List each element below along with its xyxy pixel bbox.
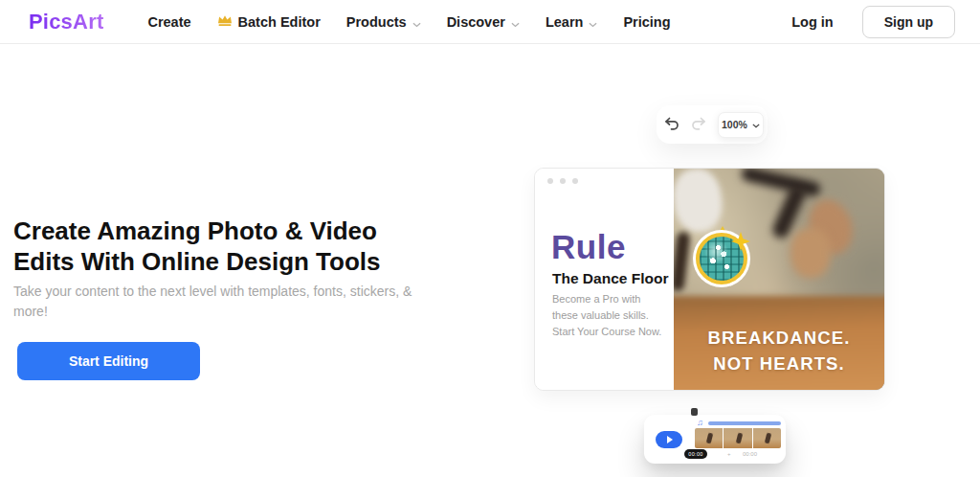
- nav-label: Learn: [546, 14, 584, 30]
- video-filmstrip[interactable]: [695, 428, 781, 448]
- nav-label: Products: [346, 14, 407, 30]
- overlay-line1: BREAKDANCE.: [674, 325, 884, 351]
- design-subheadline: The Dance Floor: [552, 270, 668, 287]
- picsart-logo[interactable]: PicsArt: [29, 10, 103, 34]
- chevron-down-icon: [589, 15, 597, 31]
- play-button[interactable]: [656, 431, 682, 448]
- hero-title: Create Amazing Photo & Video Edits With …: [13, 216, 434, 277]
- nav-label: Create: [147, 14, 190, 30]
- undo-button[interactable]: [660, 112, 683, 137]
- disco-ball-sticker: [693, 224, 752, 287]
- zoom-dropdown[interactable]: 100%: [718, 112, 764, 138]
- chevron-down-icon: [511, 15, 520, 31]
- nav-item-discover[interactable]: Discover: [447, 13, 520, 31]
- nav-item-products[interactable]: Products: [346, 13, 421, 31]
- design-card-left-pane: Rule The Dance Floor Become a Pro with t…: [535, 169, 674, 390]
- zoom-value: 100%: [722, 119, 747, 130]
- hero-subtitle-line1: Take your content to the next level with…: [13, 284, 412, 299]
- nav-auth: Log in Sign up: [791, 6, 955, 38]
- breakdancer-figure: [791, 228, 831, 278]
- design-body-line1: Become a Pro with: [552, 291, 661, 307]
- main-nav: Create Batch Editor Products Discover: [147, 13, 670, 31]
- music-note-icon: ♫: [697, 418, 703, 427]
- video-frame: [695, 428, 723, 448]
- design-body-text: Become a Pro with these valuable skills.…: [552, 291, 661, 340]
- picsart-landing-page: PicsArt Create Batch Editor Products Dis…: [0, 0, 980, 477]
- video-timeline-widget: ♫ 00:00 + 00:00: [644, 415, 786, 464]
- design-photo-pane: BREAKDANCE. NOT HEARTS.: [674, 169, 884, 390]
- redo-button[interactable]: [687, 112, 710, 137]
- window-dots-icon: [547, 178, 578, 184]
- timeline-mid-label: +: [727, 451, 731, 457]
- play-icon: [667, 436, 673, 443]
- editor-toolbar: 100%: [657, 105, 768, 144]
- undo-icon: [663, 116, 680, 134]
- hero-subtitle: Take your content to the next level with…: [13, 282, 425, 322]
- nav-item-learn[interactable]: Learn: [546, 13, 598, 31]
- timeline-end-label: 00:00: [743, 451, 757, 457]
- navbar: PicsArt Create Batch Editor Products Dis…: [0, 0, 980, 44]
- nav-item-batch-editor[interactable]: Batch Editor: [217, 14, 321, 30]
- sticker-thumbnail-icon: [691, 408, 698, 416]
- nav-label: Pricing: [623, 14, 670, 30]
- nav-label: Discover: [447, 14, 505, 30]
- login-link[interactable]: Log in: [791, 14, 834, 30]
- design-body-line2: these valuable skills.: [552, 307, 661, 324]
- hero-subtitle-line2: more!: [13, 304, 48, 319]
- video-frame: [724, 428, 751, 448]
- redo-icon: [690, 116, 707, 134]
- crown-icon: [217, 14, 233, 30]
- hero-title-line1: Create Amazing Photo & Video: [13, 216, 434, 246]
- nav-item-pricing[interactable]: Pricing: [623, 14, 670, 30]
- nav-label: Batch Editor: [238, 14, 321, 30]
- video-frame: [753, 428, 781, 448]
- design-body-line3: Start Your Course Now.: [552, 324, 661, 340]
- overlay-line2: NOT HEARTS.: [674, 351, 884, 376]
- design-preview-card: Rule The Dance Floor Become a Pro with t…: [534, 168, 885, 391]
- chevron-down-icon: [412, 15, 421, 31]
- current-time-badge: 00:00: [684, 449, 707, 459]
- start-editing-button[interactable]: Start Editing: [17, 342, 200, 380]
- photo-overlay-text: BREAKDANCE. NOT HEARTS.: [674, 325, 884, 376]
- audio-track-bar[interactable]: [708, 421, 781, 425]
- hero-title-line2: Edits With Online Design Tools: [13, 246, 434, 277]
- signup-button[interactable]: Sign up: [862, 6, 955, 38]
- nav-item-create[interactable]: Create: [147, 14, 190, 30]
- chevron-down-icon: [752, 119, 760, 130]
- design-headline: Rule: [551, 228, 626, 266]
